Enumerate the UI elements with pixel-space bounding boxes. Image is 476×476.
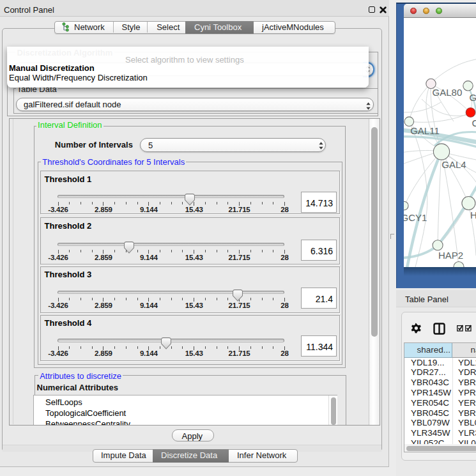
svg-text:GAL80: GAL80: [433, 87, 463, 98]
svg-text:GCY1: GCY1: [404, 212, 427, 223]
svg-text:H: H: [470, 210, 476, 220]
svg-text:GA: GA: [469, 92, 476, 103]
svg-text:HAP2: HAP2: [438, 250, 463, 261]
svg-text:GAL11: GAL11: [410, 125, 440, 136]
svg-text:C: C: [472, 118, 476, 128]
svg-text:GAL4: GAL4: [441, 159, 466, 170]
